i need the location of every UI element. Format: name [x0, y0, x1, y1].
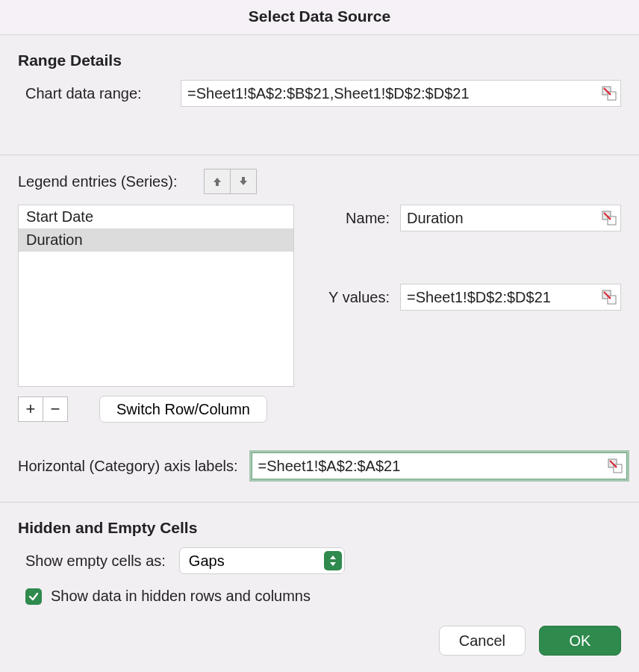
range-selector-icon[interactable]	[608, 458, 623, 473]
axis-labels-label: Horizontal (Category) axis labels:	[18, 458, 238, 475]
list-item[interactable]: Start Date	[19, 205, 293, 228]
series-name-input[interactable]	[400, 205, 621, 231]
hidden-empty-section: Hidden and Empty Cells Show empty cells …	[0, 503, 639, 612]
series-yvalues-input[interactable]	[400, 284, 621, 311]
chevron-updown-icon	[324, 551, 342, 570]
show-empty-select[interactable]: Gaps	[179, 547, 345, 574]
chart-data-range-input[interactable]	[181, 80, 621, 107]
move-series-up-button[interactable]	[204, 169, 231, 194]
range-details-section: Range Details Chart data range:	[0, 35, 639, 125]
legend-entries-label: Legend entries (Series):	[18, 173, 177, 190]
remove-series-button[interactable]: −	[43, 396, 68, 422]
series-listbox[interactable]: Start DateDuration	[18, 205, 294, 387]
list-item[interactable]: Duration	[19, 228, 293, 252]
range-details-heading: Range Details	[18, 52, 621, 69]
show-empty-label: Show empty cells as:	[25, 553, 166, 570]
switch-row-column-button[interactable]: Switch Row/Column	[99, 396, 267, 423]
series-yvalues-label: Y values:	[324, 289, 400, 306]
show-hidden-label: Show data in hidden rows and columns	[51, 588, 311, 605]
range-selector-icon[interactable]	[602, 86, 617, 101]
axis-labels-input[interactable]	[252, 452, 627, 479]
dialog-footer: Cancel OK	[0, 612, 639, 656]
hidden-empty-heading: Hidden and Empty Cells	[18, 519, 621, 537]
legend-entries-section: Legend entries (Series): Start DateDurat…	[0, 155, 639, 423]
dialog-titlebar: Select Data Source	[0, 0, 639, 35]
cancel-button[interactable]: Cancel	[439, 626, 526, 656]
add-series-button[interactable]: +	[18, 396, 43, 422]
range-selector-icon[interactable]	[602, 211, 617, 225]
series-name-label: Name:	[324, 210, 400, 227]
show-hidden-checkbox[interactable]	[25, 588, 42, 605]
ok-button[interactable]: OK	[539, 626, 621, 656]
range-selector-icon[interactable]	[602, 290, 617, 305]
chart-data-range-label: Chart data range:	[18, 85, 181, 102]
dialog-title: Select Data Source	[249, 7, 390, 25]
move-series-down-button[interactable]	[230, 169, 257, 194]
select-data-source-dialog: Select Data Source Range Details Chart d…	[0, 0, 639, 656]
